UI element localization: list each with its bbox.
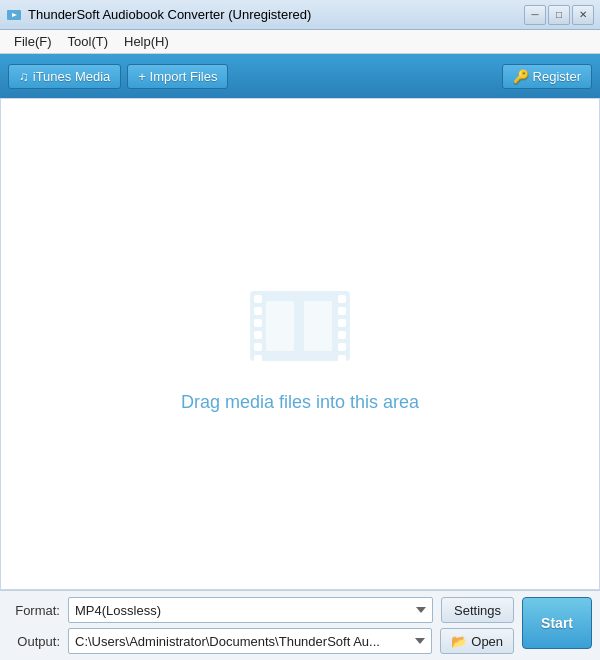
itunes-media-label: iTunes Media <box>33 69 111 84</box>
open-label: Open <box>471 634 503 649</box>
bottom-bar: Format: MP4(Lossless) Settings Output: C… <box>0 590 600 660</box>
film-icon <box>240 276 360 376</box>
import-files-label: + Import Files <box>138 69 217 84</box>
svg-rect-7 <box>254 343 262 351</box>
format-select[interactable]: MP4(Lossless) <box>68 597 433 623</box>
drop-area[interactable]: Drag media files into this area <box>0 98 600 590</box>
svg-rect-11 <box>338 319 346 327</box>
register-icon: 🔑 <box>513 69 529 84</box>
menu-file[interactable]: File(F) <box>8 32 58 51</box>
register-label: Register <box>533 69 581 84</box>
itunes-media-button[interactable]: ♫ iTunes Media <box>8 64 121 89</box>
bottom-controls: Format: MP4(Lossless) Settings Output: C… <box>8 597 514 654</box>
svg-rect-4 <box>254 307 262 315</box>
output-label: Output: <box>8 634 60 649</box>
svg-rect-3 <box>254 295 262 303</box>
toolbar-left: ♫ iTunes Media + Import Files <box>8 64 228 89</box>
svg-rect-10 <box>338 307 346 315</box>
toolbar: ♫ iTunes Media + Import Files 🔑 Register <box>0 54 600 98</box>
format-label: Format: <box>8 603 60 618</box>
title-bar: ThunderSoft Audiobook Converter (Unregis… <box>0 0 600 30</box>
app-icon <box>6 7 22 23</box>
close-button[interactable]: ✕ <box>572 5 594 25</box>
music-icon: ♫ <box>19 69 29 84</box>
svg-rect-9 <box>338 295 346 303</box>
svg-rect-12 <box>338 331 346 339</box>
svg-rect-5 <box>254 319 262 327</box>
register-button[interactable]: 🔑 Register <box>502 64 592 89</box>
svg-rect-16 <box>304 301 332 351</box>
output-select[interactable]: C:\Users\Administrator\Documents\Thunder… <box>68 628 432 654</box>
settings-button[interactable]: Settings <box>441 597 514 623</box>
svg-rect-8 <box>254 355 262 363</box>
output-row: Output: C:\Users\Administrator\Documents… <box>8 628 514 654</box>
start-button[interactable]: Start <box>522 597 592 649</box>
svg-rect-13 <box>338 343 346 351</box>
menu-bar: File(F) Tool(T) Help(H) <box>0 30 600 54</box>
svg-rect-2 <box>250 291 350 361</box>
open-button[interactable]: 📂 Open <box>440 628 514 654</box>
bottom-with-start: Format: MP4(Lossless) Settings Output: C… <box>8 597 592 654</box>
title-bar-left: ThunderSoft Audiobook Converter (Unregis… <box>6 7 311 23</box>
menu-tool[interactable]: Tool(T) <box>62 32 114 51</box>
svg-rect-15 <box>266 301 294 351</box>
svg-rect-14 <box>338 355 346 363</box>
menu-help[interactable]: Help(H) <box>118 32 175 51</box>
drag-drop-text: Drag media files into this area <box>181 392 419 413</box>
format-row: Format: MP4(Lossless) Settings <box>8 597 514 623</box>
maximize-button[interactable]: □ <box>548 5 570 25</box>
import-files-button[interactable]: + Import Files <box>127 64 228 89</box>
svg-rect-6 <box>254 331 262 339</box>
folder-icon: 📂 <box>451 634 467 649</box>
title-controls: ─ □ ✕ <box>524 5 594 25</box>
app-title: ThunderSoft Audiobook Converter (Unregis… <box>28 7 311 22</box>
minimize-button[interactable]: ─ <box>524 5 546 25</box>
